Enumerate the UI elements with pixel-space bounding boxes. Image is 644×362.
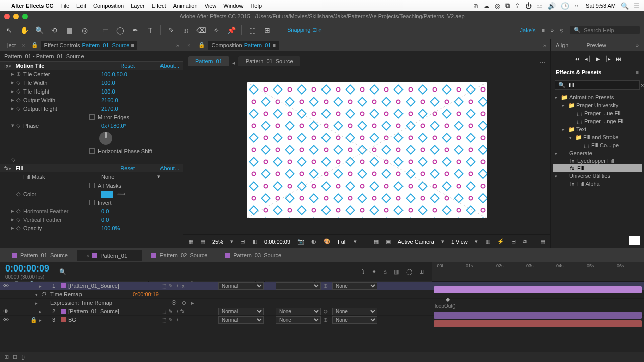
- volume-icon[interactable]: 🔊: [548, 2, 556, 10]
- grid-icon[interactable]: ▦: [188, 238, 193, 245]
- sync-icon[interactable]: ⎋: [560, 27, 564, 33]
- status-icon[interactable]: ☁: [483, 2, 490, 10]
- tab-close-icon[interactable]: ×: [86, 253, 89, 259]
- current-time[interactable]: 0:00:00:09: [264, 239, 290, 245]
- brush-tool-icon[interactable]: ✎: [166, 26, 176, 34]
- roto-tool-icon[interactable]: ✧: [211, 26, 221, 34]
- timeline-icon[interactable]: ⊟: [511, 238, 516, 245]
- search-icon[interactable]: 🔍: [59, 268, 66, 275]
- pan-behind-tool-icon[interactable]: ◎: [79, 26, 90, 34]
- minimize-button[interactable]: [13, 14, 19, 19]
- menubar-time[interactable]: Sat 9:53 AM: [586, 3, 616, 9]
- panel-overflow-icon[interactable]: »: [543, 42, 546, 48]
- menu-window[interactable]: Window: [223, 3, 243, 9]
- menu-effect[interactable]: Effect: [152, 3, 166, 9]
- twirl-icon[interactable]: [35, 300, 39, 306]
- transparency-icon[interactable]: ▦: [374, 238, 379, 245]
- view-count[interactable]: 1 View: [451, 239, 468, 245]
- puppet-tool-icon[interactable]: 📌: [226, 26, 236, 34]
- time-ruler[interactable]: :00f01s02s03s04s05s06s: [432, 262, 644, 281]
- expr-graph-icon[interactable]: ⦿: [171, 300, 177, 306]
- twirl-icon[interactable]: [9, 165, 13, 171]
- tab-close-icon[interactable]: ×: [22, 42, 25, 48]
- twirl-icon[interactable]: [9, 63, 13, 69]
- property-value[interactable]: 2170.0: [101, 106, 118, 112]
- property-value[interactable]: 100.0,50.0: [101, 71, 127, 77]
- dropbox-icon[interactable]: ⧉: [505, 2, 510, 10]
- fast-preview-icon[interactable]: ⚡: [497, 238, 504, 245]
- effect-controls-tab[interactable]: Effect Controls Pattern_01_Source ≡: [41, 41, 137, 50]
- fx-toggle-icon[interactable]: fx: [4, 63, 9, 69]
- menu-layer[interactable]: Layer: [131, 3, 145, 9]
- timeline-tab[interactable]: Pattern_01_Source: [3, 250, 77, 261]
- wifi-icon[interactable]: ᯤ: [574, 2, 581, 10]
- reset-link[interactable]: Reset: [120, 165, 135, 171]
- parent-select[interactable]: None: [332, 282, 377, 290]
- res-dropdown-icon[interactable]: ▾: [354, 238, 357, 245]
- timeline-tab[interactable]: ×Pattern_01 ≡: [77, 250, 143, 261]
- menu-composition[interactable]: Composition: [93, 3, 124, 9]
- property-value[interactable]: 0.0: [101, 217, 109, 223]
- twirl-icon[interactable]: ▾: [11, 122, 16, 129]
- draft3d-icon[interactable]: ✦: [372, 268, 376, 275]
- parent-select[interactable]: None: [332, 316, 377, 324]
- color-mgmt-icon[interactable]: 🎨: [324, 238, 331, 245]
- align-tab[interactable]: Align: [556, 42, 568, 48]
- effects-tree-item[interactable]: ⬚Fill Co...ipe: [553, 141, 642, 149]
- effects-tree-item[interactable]: Universe Utilities: [553, 172, 642, 179]
- stopwatch-icon[interactable]: ◇: [16, 97, 23, 103]
- expr-enable-icon[interactable]: ≡: [163, 300, 166, 306]
- roi-icon[interactable]: ◧: [252, 238, 257, 245]
- composition-tab[interactable]: Composition Pattern_01 ≡: [208, 41, 279, 50]
- property-value[interactable]: 2160.0: [101, 97, 118, 103]
- twirl-icon[interactable]: ▸: [11, 208, 16, 214]
- flowchart-tab[interactable]: Pattern_01_Source: [238, 56, 300, 66]
- first-frame-icon[interactable]: ⏮: [574, 56, 580, 62]
- status-icon[interactable]: ⎚: [474, 2, 478, 10]
- about-link[interactable]: About...: [160, 63, 179, 69]
- layer-bar[interactable]: [434, 320, 642, 327]
- eraser-tool-icon[interactable]: ⌫: [196, 26, 206, 34]
- checkbox[interactable]: [89, 183, 95, 188]
- stopwatch-icon[interactable]: ◇: [16, 79, 23, 86]
- twirl-icon[interactable]: [39, 283, 43, 289]
- twirl-icon[interactable]: [39, 308, 43, 314]
- dropdown[interactable]: None▾: [101, 173, 160, 180]
- pen-tool-icon[interactable]: ✒: [130, 26, 140, 34]
- exposure-icon[interactable]: ▤: [540, 238, 545, 245]
- timeline-timecode[interactable]: 0:00:00:09 00009 (30.00 fps): [0, 262, 54, 281]
- pickwhip-icon[interactable]: ⊚: [323, 283, 330, 289]
- comp-mini-flowchart-icon[interactable]: ⤵: [362, 268, 365, 275]
- property-value[interactable]: 100.0: [101, 88, 115, 95]
- next-frame-icon[interactable]: ⎮▸: [605, 56, 611, 62]
- effects-tree-item[interactable]: ⬚Prager ...ue Fill: [553, 109, 642, 117]
- selection-tool-icon[interactable]: ↖: [4, 26, 14, 34]
- stopwatch-icon[interactable]: ◇: [16, 208, 23, 214]
- layer-name[interactable]: [Pattern_01_Source]: [68, 283, 159, 289]
- status-icon[interactable]: ⇪: [515, 2, 520, 10]
- stopwatch-icon[interactable]: ◇: [11, 156, 18, 163]
- about-link[interactable]: About...: [160, 165, 179, 171]
- canvas-area[interactable]: [183, 66, 550, 234]
- label-swatch[interactable]: [61, 309, 66, 314]
- flowchart-tab[interactable]: Pattern_01: [188, 56, 229, 66]
- spotlight-icon[interactable]: 🔍: [621, 2, 629, 10]
- flowchart-icon[interactable]: ⧉: [523, 238, 527, 245]
- effect-header-fill[interactable]: fx Fill Reset About...: [0, 164, 183, 172]
- clear-search-icon[interactable]: ×: [641, 82, 644, 88]
- app-name[interactable]: After Effects CC: [11, 3, 53, 9]
- label-swatch[interactable]: [61, 283, 66, 288]
- stopwatch-icon[interactable]: ◇: [16, 88, 23, 95]
- viewer-options-icon[interactable]: ⋯: [540, 60, 545, 66]
- motion-blur-icon[interactable]: ◯: [406, 268, 412, 275]
- reset-link[interactable]: Reset: [120, 63, 135, 69]
- menu-file[interactable]: File: [60, 3, 69, 9]
- twirl-icon[interactable]: [39, 317, 43, 323]
- effects-tree-item[interactable]: fxEyedropper Fill: [553, 157, 642, 164]
- twirl-icon[interactable]: ▸: [11, 79, 16, 86]
- channel-icon[interactable]: ◐: [311, 238, 316, 245]
- 3d-icon[interactable]: ▣: [386, 238, 391, 245]
- menu-animation[interactable]: Animation: [173, 3, 198, 9]
- world-axis-icon[interactable]: ⊞: [262, 26, 272, 34]
- project-tab[interactable]: ject: [4, 41, 19, 50]
